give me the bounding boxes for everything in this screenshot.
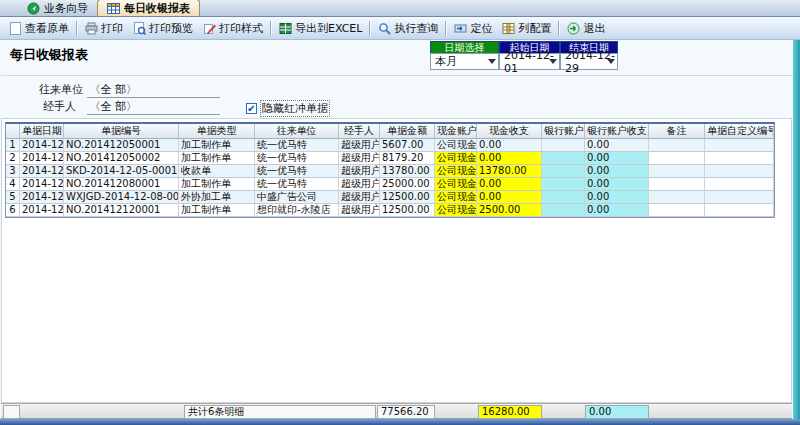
cell[interactable]: 加工制作单 xyxy=(179,152,255,165)
cell[interactable] xyxy=(649,191,705,204)
cell[interactable]: 超级用户 xyxy=(339,152,380,165)
cell[interactable]: WXJGD-2014-12-08-0002 xyxy=(64,191,179,204)
table-row[interactable]: 5 2014-12-08 WXJGD-2014-12-08-0002 外协加工单… xyxy=(6,191,774,204)
header-cell[interactable] xyxy=(6,124,20,139)
print-button[interactable]: 打印 xyxy=(80,19,128,38)
date-range-select[interactable]: 本月 xyxy=(430,53,499,70)
cell[interactable]: 2014-12-05 xyxy=(20,139,64,152)
end-date-select[interactable]: 2014-12-29 xyxy=(560,53,618,70)
right-edge-scrollbar[interactable] xyxy=(793,40,800,419)
cell[interactable]: 2014-12-12 xyxy=(20,204,64,217)
checkbox[interactable]: ✔ xyxy=(246,103,257,114)
cash-amount-cell[interactable]: 2500.00 xyxy=(477,204,542,217)
table-row[interactable]: 2 2014-12-05 NO.201412050002 加工制作单 统一优马特… xyxy=(6,152,774,165)
header-cell[interactable]: 单据编号 xyxy=(64,124,179,139)
cell[interactable]: 13780.00 xyxy=(380,165,435,178)
bank-account-cell[interactable] xyxy=(542,191,585,204)
bank-account-cell[interactable] xyxy=(542,152,585,165)
cash-account-cell[interactable]: 公司现金 xyxy=(435,178,477,191)
bank-account-cell[interactable] xyxy=(542,204,585,217)
cell[interactable] xyxy=(649,139,705,152)
tab-daily-cash-report[interactable]: 每日收银报表 xyxy=(97,0,200,16)
header-cell[interactable]: 经手人 xyxy=(339,124,380,139)
cell[interactable] xyxy=(705,204,774,217)
cell[interactable]: 公司现金 xyxy=(435,139,477,152)
cell[interactable]: 加工制作单 xyxy=(179,139,255,152)
cell[interactable]: 2014-12-05 xyxy=(20,152,64,165)
cell[interactable]: NO.201412120001 xyxy=(64,204,179,217)
chevron-down-icon[interactable] xyxy=(488,59,496,64)
bank-amount-cell[interactable]: 0.00 xyxy=(585,191,649,204)
header-cell[interactable]: 银行账户 xyxy=(542,124,585,139)
cell[interactable] xyxy=(705,152,774,165)
cash-amount-cell[interactable]: 0.00 xyxy=(477,178,542,191)
row-number-cell[interactable]: 2 xyxy=(6,152,20,165)
cell[interactable]: 中盛广告公司 xyxy=(255,191,339,204)
cell[interactable]: NO.201412050002 xyxy=(64,152,179,165)
cell[interactable]: 8179.20 xyxy=(380,152,435,165)
header-cell[interactable]: 银行账户收支 xyxy=(585,124,649,139)
locate-button[interactable]: 定位 xyxy=(449,19,497,38)
export-excel-button[interactable]: 导出到EXCEL xyxy=(274,19,367,38)
cash-account-cell[interactable]: 公司现金 xyxy=(435,152,477,165)
cell[interactable]: SKD-2014-12-05-0001 xyxy=(64,165,179,178)
cell[interactable]: 12500.00 xyxy=(380,204,435,217)
cell[interactable]: 超级用户 xyxy=(339,204,380,217)
cell[interactable]: 收款单 xyxy=(179,165,255,178)
cell[interactable]: 外协加工单 xyxy=(179,191,255,204)
cell[interactable]: 加工制作单 xyxy=(179,204,255,217)
row-number-cell[interactable]: 1 xyxy=(6,139,20,152)
cell[interactable]: 统一优马特 xyxy=(255,178,339,191)
cell[interactable]: 5607.00 xyxy=(380,139,435,152)
cell[interactable] xyxy=(649,204,705,217)
handler-filter-value[interactable]: 〈全 部〉 xyxy=(87,100,220,115)
bank-amount-cell[interactable]: 0.00 xyxy=(585,152,649,165)
table-row[interactable]: 3 2014-12-05 SKD-2014-12-05-0001 收款单 统一优… xyxy=(6,165,774,178)
row-number-cell[interactable]: 3 xyxy=(6,165,20,178)
view-original-button[interactable]: 查看原单 xyxy=(4,19,74,38)
cell[interactable] xyxy=(649,178,705,191)
row-number-cell[interactable]: 6 xyxy=(6,204,20,217)
run-query-button[interactable]: 执行查询 xyxy=(373,19,443,38)
print-preview-button[interactable]: 打印预览 xyxy=(128,19,198,38)
cell[interactable] xyxy=(649,165,705,178)
header-cell[interactable]: 现金收支 xyxy=(477,124,542,139)
bank-amount-cell[interactable]: 0.00 xyxy=(585,204,649,217)
chevron-down-icon[interactable] xyxy=(607,59,615,64)
cell[interactable]: NO.201412080001 xyxy=(64,178,179,191)
cell[interactable]: 12500.00 xyxy=(380,191,435,204)
start-date-select[interactable]: 2014-12-01 xyxy=(499,53,560,70)
cell[interactable] xyxy=(705,165,774,178)
cell[interactable]: 统一优马特 xyxy=(255,139,339,152)
cell[interactable]: 超级用户 xyxy=(339,165,380,178)
cell[interactable]: 0.00 xyxy=(477,139,542,152)
cell[interactable]: 2014-12-08 xyxy=(20,178,64,191)
cell[interactable] xyxy=(705,178,774,191)
cell[interactable]: 2014-12-08 xyxy=(20,191,64,204)
table-row[interactable]: 6 2014-12-12 NO.201412120001 加工制作单 想印就印-… xyxy=(6,204,774,217)
column-config-button[interactable]: 列配置 xyxy=(497,19,556,38)
cash-account-cell[interactable]: 公司现金 xyxy=(435,191,477,204)
exit-button[interactable]: 退出 xyxy=(562,19,610,38)
cell[interactable]: 0.00 xyxy=(585,139,649,152)
table-row[interactable]: 1 2014-12-05 NO.201412050001 加工制作单 统一优马特… xyxy=(6,139,774,152)
cash-amount-cell[interactable]: 0.00 xyxy=(477,191,542,204)
tab-business-wizard[interactable]: 业务向导 xyxy=(18,0,97,16)
cash-account-cell[interactable]: 公司现金 xyxy=(435,204,477,217)
header-cell[interactable]: 往来单位 xyxy=(255,124,339,139)
chevron-down-icon[interactable] xyxy=(549,59,557,64)
bank-amount-cell[interactable]: 0.00 xyxy=(585,165,649,178)
row-number-cell[interactable]: 4 xyxy=(6,178,20,191)
cell[interactable] xyxy=(705,139,774,152)
cell[interactable]: 统一优马特 xyxy=(255,152,339,165)
row-number-cell[interactable]: 5 xyxy=(6,191,20,204)
cash-amount-cell[interactable]: 13780.00 xyxy=(477,165,542,178)
cell[interactable]: 想印就印-永陵店 xyxy=(255,204,339,217)
cell[interactable]: 统一优马特 xyxy=(255,165,339,178)
cell[interactable] xyxy=(542,139,585,152)
cell[interactable] xyxy=(649,152,705,165)
cell[interactable]: 2014-12-05 xyxy=(20,165,64,178)
cell[interactable]: 25000.00 xyxy=(380,178,435,191)
cash-amount-cell[interactable]: 0.00 xyxy=(477,152,542,165)
bank-amount-cell[interactable]: 0.00 xyxy=(585,178,649,191)
